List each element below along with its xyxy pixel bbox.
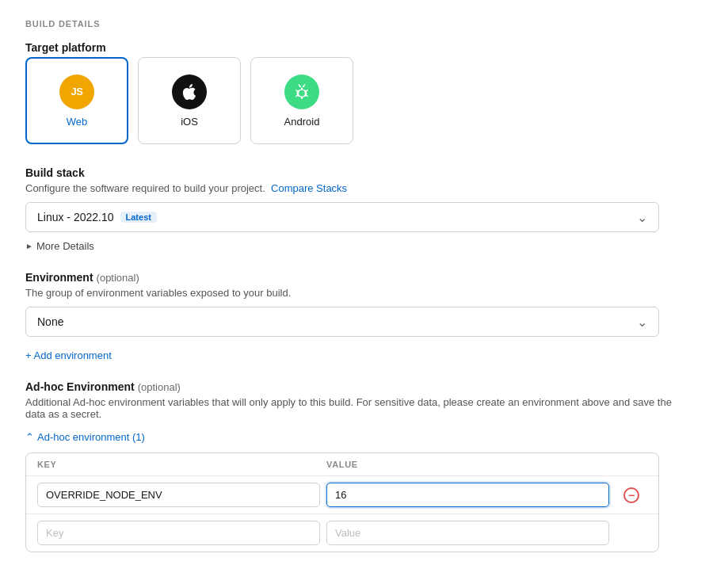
adhoc-description: Additional Ad-hoc environment variables … [25, 396, 688, 420]
environment-select-wrapper: None ⌄ [25, 307, 688, 337]
adhoc-environment-section: Ad-hoc Environment(optional) Additional … [25, 380, 688, 552]
kv-key-input-1[interactable] [37, 483, 320, 507]
environment-label: Environment(optional) [25, 271, 688, 284]
kv-key-input-2[interactable] [37, 521, 320, 545]
android-icon [284, 74, 319, 109]
platform-web-label: Web [67, 116, 88, 128]
value-column-header: VALUE [326, 460, 616, 469]
environment-select[interactable]: None ⌄ [25, 307, 659, 337]
platform-card-web[interactable]: JS Web [25, 57, 128, 144]
add-environment-link[interactable]: + Add environment [25, 349, 112, 361]
platform-label: Target platform [25, 41, 688, 54]
platform-cards: JS Web iOS Android [25, 57, 688, 144]
web-icon: JS [59, 74, 94, 109]
section-label: Build Details [25, 19, 688, 29]
environment-value: None [37, 315, 63, 328]
adhoc-label: Ad-hoc Environment(optional) [25, 380, 688, 393]
more-details-toggle[interactable]: ► More Details [25, 240, 94, 252]
remove-icon-1: − [623, 487, 639, 503]
environment-description: The group of environment variables expos… [25, 287, 688, 299]
compare-stacks-link[interactable]: Compare Stacks [271, 182, 347, 194]
platform-section: Target platform JS Web iOS [25, 41, 688, 144]
adhoc-toggle-arrow-icon: ⌃ [25, 431, 34, 443]
adhoc-kv-table: KEY VALUE − [25, 452, 659, 552]
kv-row-2 [26, 514, 658, 552]
build-stack-section: Build stack Configure the software requi… [25, 166, 688, 252]
build-stack-description: Configure the software required to build… [25, 182, 688, 194]
more-details-arrow-icon: ► [25, 242, 33, 250]
env-chevron-down-icon: ⌄ [637, 315, 647, 330]
adhoc-toggle[interactable]: ⌃ Ad-hoc environment (1) [25, 431, 145, 443]
platform-card-ios[interactable]: iOS [138, 57, 241, 144]
platform-card-android[interactable]: Android [250, 57, 353, 144]
build-stack-label: Build stack [25, 166, 688, 179]
kv-value-input-2[interactable] [326, 521, 609, 545]
build-stack-select[interactable]: Linux - 2022.10 Latest ⌄ [25, 202, 659, 232]
remove-row-1-button[interactable]: − [616, 484, 647, 506]
kv-header: KEY VALUE [26, 453, 658, 476]
apple-icon [172, 74, 207, 109]
kv-row-1: − [26, 476, 658, 514]
key-column-header: KEY [37, 460, 326, 469]
build-stack-value: Linux - 2022.10 [37, 211, 114, 223]
build-stack-select-wrapper: Linux - 2022.10 Latest ⌄ [25, 202, 688, 232]
platform-ios-label: iOS [181, 116, 198, 128]
latest-badge: Latest [120, 212, 157, 223]
environment-section: Environment(optional) The group of envir… [25, 271, 688, 361]
platform-android-label: Android [284, 116, 320, 128]
kv-value-input-1[interactable] [326, 483, 609, 507]
chevron-down-icon: ⌄ [637, 210, 647, 225]
